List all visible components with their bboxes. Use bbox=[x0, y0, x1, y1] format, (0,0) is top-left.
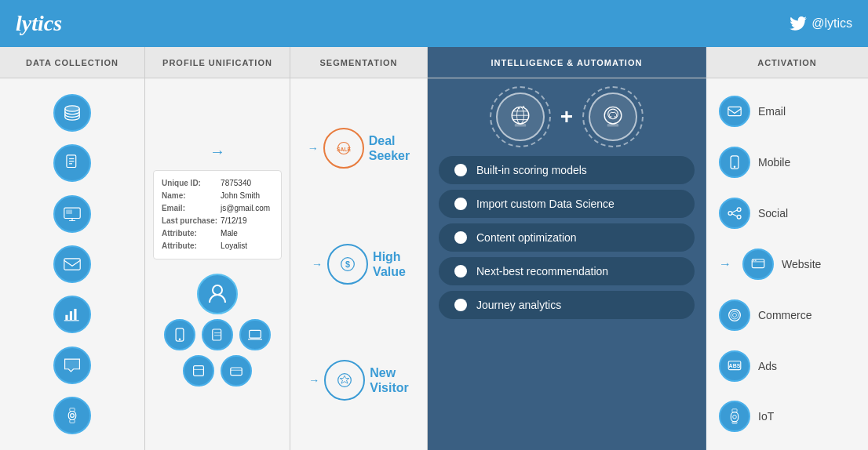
header-intelligence: INTELLIGENCE & AUTOMATION bbox=[428, 47, 706, 78]
svg-rect-16 bbox=[70, 408, 75, 411]
twitter-icon bbox=[790, 16, 807, 31]
activation-commerce-row: Commerce bbox=[719, 299, 855, 331]
svg-rect-10 bbox=[65, 315, 67, 320]
svg-text:✦: ✦ bbox=[517, 106, 520, 111]
seg-arrow-high: → bbox=[312, 258, 323, 270]
activation-website-label: Website bbox=[782, 258, 821, 270]
last-purchase-label: Last purchase: bbox=[162, 215, 221, 227]
svg-marker-35 bbox=[340, 376, 349, 383]
intel-dot-5 bbox=[454, 299, 467, 311]
svg-rect-24 bbox=[250, 330, 261, 338]
unique-id-value: 7875340 bbox=[221, 177, 273, 190]
intelligence-item-1: Built-in scoring models bbox=[439, 156, 695, 184]
intel-dot-3 bbox=[454, 231, 467, 244]
segmentation-column: → SALE DealSeeker → $ HighValue → bbox=[290, 78, 428, 450]
twitter-handle: @lytics bbox=[790, 16, 852, 31]
data-collection-column bbox=[0, 78, 145, 450]
profile-data-card: Unique ID:7875340 Name:John Smith Email:… bbox=[153, 170, 282, 259]
svg-line-56 bbox=[732, 214, 737, 216]
intel-label-5: Journey analytics bbox=[476, 299, 561, 311]
intel-label-2: Import custom Data Science bbox=[476, 198, 615, 210]
twitter-username: @lytics bbox=[811, 16, 852, 31]
logo: lytics bbox=[16, 11, 62, 36]
svg-point-52 bbox=[737, 208, 741, 212]
segment-new-visitor-row: → NewVisitor bbox=[290, 360, 427, 401]
plus-sign: + bbox=[560, 104, 573, 129]
dc-icon-database bbox=[53, 94, 91, 132]
intel-label-1: Built-in scoring models bbox=[476, 164, 587, 176]
header-data-collection: DATA COLLECTION bbox=[0, 47, 145, 78]
seg-arrow-deal: → bbox=[308, 142, 319, 154]
profile-user-icon bbox=[197, 274, 238, 314]
svg-point-63 bbox=[733, 313, 737, 317]
intel-dot-2 bbox=[454, 198, 467, 210]
activation-email-label: Email bbox=[758, 105, 786, 118]
profile-icon-cluster bbox=[164, 274, 271, 386]
svg-rect-17 bbox=[70, 419, 75, 423]
svg-rect-21 bbox=[213, 329, 221, 340]
attribute-value1: Male bbox=[221, 227, 273, 240]
globe-1-inner: ✦ ✦ bbox=[496, 93, 545, 141]
svg-rect-26 bbox=[194, 365, 204, 376]
segment-new-text: NewVisitor bbox=[370, 366, 409, 394]
svg-rect-41 bbox=[515, 124, 526, 127]
intelligence-item-4: Next-best recommendation bbox=[439, 257, 695, 285]
svg-point-18 bbox=[213, 285, 222, 295]
profile-sub-data bbox=[221, 355, 252, 386]
intelligence-item-3: Content optimization bbox=[439, 223, 695, 252]
segment-high-label: HighValue bbox=[373, 249, 406, 279]
svg-text:SALE: SALE bbox=[337, 147, 351, 152]
activation-social-label: Social bbox=[758, 207, 788, 220]
dc-icon-watch bbox=[53, 397, 91, 434]
activation-mobile-row: Mobile bbox=[719, 147, 855, 178]
email-label: Email: bbox=[162, 202, 221, 215]
globe-2 bbox=[582, 86, 644, 147]
svg-point-54 bbox=[737, 216, 741, 220]
dc-icon-chart bbox=[53, 296, 91, 333]
segment-deal-seeker-row: → SALE DealSeeker bbox=[290, 128, 427, 169]
svg-point-60 bbox=[755, 260, 757, 262]
activation-website-icon bbox=[742, 249, 774, 280]
svg-rect-49 bbox=[728, 107, 741, 116]
intel-dot-4 bbox=[454, 265, 467, 278]
svg-point-47 bbox=[615, 116, 616, 118]
activation-website-row: → Website bbox=[719, 249, 855, 280]
activation-ads-label: Ads bbox=[758, 360, 777, 372]
segment-new-visitor-icon bbox=[324, 360, 365, 401]
intel-label-4: Next-best recommendation bbox=[476, 265, 608, 278]
attribute-label1: Attribute: bbox=[162, 227, 221, 240]
svg-point-0 bbox=[65, 106, 79, 111]
profile-sub-book bbox=[183, 355, 214, 386]
profile-sub-icons bbox=[164, 319, 271, 350]
activation-commerce-icon bbox=[719, 299, 750, 331]
segment-deal-seeker-icon: SALE bbox=[323, 128, 364, 169]
svg-text:ABS: ABS bbox=[729, 363, 741, 368]
activation-mobile-label: Mobile bbox=[758, 156, 790, 169]
svg-point-59 bbox=[753, 260, 755, 262]
svg-rect-66 bbox=[731, 412, 738, 422]
dc-icon-email bbox=[53, 245, 91, 283]
last-purchase-value: 7/12/19 bbox=[221, 215, 273, 227]
profile-sub-icons-2 bbox=[183, 355, 252, 386]
profile-arrow-in: → bbox=[210, 143, 225, 161]
profile-unification-column: → Unique ID:7875340 Name:John Smith Emai… bbox=[145, 78, 290, 450]
svg-point-46 bbox=[611, 116, 612, 118]
column-headers: DATA COLLECTION PROFILE UNIFICATION SEGM… bbox=[0, 47, 868, 78]
globe-2-inner bbox=[589, 93, 637, 141]
attribute-value2: Loyalist bbox=[221, 240, 273, 252]
name-value: John Smith bbox=[221, 190, 273, 202]
intelligence-column: ✦ ✦ + bbox=[428, 78, 706, 450]
globe-1: ✦ ✦ bbox=[490, 86, 551, 147]
segment-high-text: HighValue bbox=[373, 250, 406, 278]
header-profile-unification: PROFILE UNIFICATION bbox=[145, 47, 290, 78]
activation-iot-row: IoT bbox=[719, 401, 855, 432]
seg-arrow-new: → bbox=[308, 374, 319, 386]
activation-social-icon bbox=[719, 198, 750, 229]
activation-arrow: → bbox=[719, 257, 731, 271]
activation-iot-icon bbox=[719, 401, 750, 432]
name-label: Name: bbox=[162, 190, 221, 202]
email-value: js@gmail.com bbox=[221, 202, 273, 215]
dc-icon-document bbox=[53, 144, 91, 182]
dc-icon-comment bbox=[53, 347, 91, 384]
svg-text:$: $ bbox=[345, 259, 350, 269]
